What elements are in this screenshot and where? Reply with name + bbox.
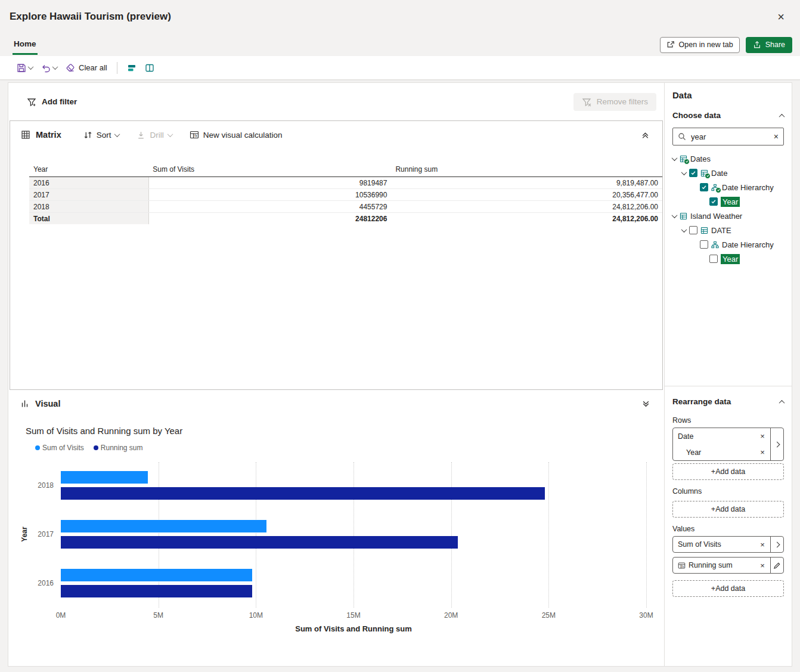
tree-item-dates[interactable]: Dates: [672, 151, 784, 166]
table-icon: [700, 227, 708, 234]
legend-item-sum-of-visits[interactable]: Sum of Visits: [35, 444, 84, 452]
chevron-down-icon[interactable]: [672, 212, 678, 218]
checkbox-checked[interactable]: [700, 183, 708, 191]
search-input[interactable]: [691, 132, 769, 141]
values-field-sum-of-visits[interactable]: Sum of Visits ×: [672, 536, 784, 553]
matrix-cell: 24,812,206.00: [391, 201, 662, 213]
rows-field-date[interactable]: Date ×: [673, 428, 770, 444]
chevron-right-icon: [774, 541, 780, 547]
close-button[interactable]: ×: [773, 8, 789, 25]
bar-running-sum-2018[interactable]: [61, 487, 545, 500]
clear-all-button[interactable]: Clear all: [62, 60, 111, 76]
drill-label: Drill: [150, 131, 163, 140]
tab-home[interactable]: Home: [13, 35, 38, 55]
window-title: Explore Hawaii Tourism (preview): [10, 11, 171, 23]
tree-item-year[interactable]: Year: [672, 194, 784, 209]
chevron-up-icon: [779, 113, 785, 119]
checkbox-unchecked[interactable]: [689, 226, 697, 234]
chart-body: Year 201820172016: [18, 461, 646, 608]
data-panel: Data Choose data × DatesDateDate Hierarc…: [664, 83, 792, 666]
undo-button[interactable]: [38, 60, 61, 76]
matrix-row[interactable]: 201698194879,819,487.00: [29, 177, 662, 189]
tree-item-date[interactable]: Date: [672, 166, 784, 180]
bar-running-sum-2017[interactable]: [61, 536, 458, 549]
open-in-new-tab-button[interactable]: Open in new tab: [660, 37, 740, 53]
tree-item-date[interactable]: DATE: [672, 223, 784, 237]
matrix-row[interactable]: 2018445572924,812,206.00: [29, 201, 662, 213]
remove-field-button[interactable]: ×: [757, 539, 768, 550]
values-field-running-sum[interactable]: fx Running sum ×: [672, 557, 784, 574]
field-tree: DatesDateDate HierarchyYearIsland Weathe…: [672, 151, 784, 266]
values-label: Values: [672, 525, 784, 533]
chart-plot: 201820172016: [61, 461, 646, 608]
collapse-choose-data-button[interactable]: [780, 111, 784, 120]
chevron-down-icon[interactable]: [681, 169, 687, 175]
matrix-cell: 10536990: [148, 189, 391, 201]
sort-label: Sort: [97, 131, 111, 140]
checkbox-checked[interactable]: [689, 169, 697, 177]
double-chevron-down-icon: [642, 400, 650, 408]
matrix-column-header[interactable]: Running sum: [391, 164, 662, 177]
clear-all-label: Clear all: [79, 63, 107, 72]
matrix-cell: 9,819,487.00: [391, 177, 662, 189]
field-chip-label: Running sum: [689, 561, 733, 569]
collapse-matrix-button[interactable]: [639, 129, 652, 141]
tree-item-year[interactable]: Year: [672, 252, 784, 266]
save-button[interactable]: [13, 60, 36, 76]
x-tick-label: 30M: [639, 611, 653, 620]
checkbox-unchecked[interactable]: [709, 255, 718, 263]
edit-calculation-button[interactable]: [770, 558, 783, 573]
add-data-rows-button[interactable]: +Add data: [672, 463, 784, 480]
data-pane-toggle-button[interactable]: [123, 60, 140, 76]
new-visual-calculation-button[interactable]: fx New visual calculation: [186, 128, 286, 142]
x-tick-label: 10M: [249, 611, 263, 620]
add-data-columns-button[interactable]: +Add data: [672, 501, 784, 518]
tree-item-label: Date Hierarchy: [722, 183, 774, 192]
columns-label: Columns: [672, 487, 784, 496]
tree-item-island-weather[interactable]: Island Weather: [672, 209, 784, 223]
clear-search-button[interactable]: ×: [774, 132, 779, 141]
remove-field-button[interactable]: ×: [757, 560, 768, 571]
split-view-button[interactable]: [141, 60, 158, 76]
matrix-table[interactable]: YearSum of VisitsRunning sum201698194879…: [29, 164, 662, 224]
bar-sum-of-visits-2018[interactable]: [61, 471, 148, 484]
expand-values-field-button[interactable]: [770, 537, 783, 552]
matrix-row[interactable]: 20171053699020,356,477.00: [29, 189, 662, 201]
remove-field-button[interactable]: ×: [757, 431, 768, 442]
chevron-down-icon[interactable]: [672, 155, 678, 161]
remove-field-button[interactable]: ×: [757, 447, 768, 458]
add-data-values-button[interactable]: +Add data: [672, 580, 784, 597]
chevron-down-icon[interactable]: [681, 227, 687, 233]
collapse-rearrange-button[interactable]: [780, 397, 784, 406]
bar-sum-of-visits-2017[interactable]: [61, 520, 266, 532]
expand-rows-field-button[interactable]: [770, 428, 783, 460]
checkbox-unchecked[interactable]: [700, 240, 708, 249]
search-box[interactable]: ×: [672, 128, 784, 145]
matrix-column-header[interactable]: Year: [29, 164, 148, 177]
bar-sum-of-visits-2016[interactable]: [61, 569, 252, 581]
checkbox-checked[interactable]: [709, 197, 718, 206]
rows-field-year[interactable]: Year ×: [673, 444, 770, 460]
double-chevron-up-icon: [641, 131, 649, 139]
chevron-up-icon: [779, 400, 785, 405]
matrix-cell: 9819487: [148, 177, 391, 189]
bar-running-sum-2016[interactable]: [61, 585, 252, 597]
matrix-row[interactable]: Total2481220624,812,206.00: [29, 213, 662, 225]
tab-row: Home Open in new tab Share: [0, 33, 800, 56]
tree-item-date-hierarchy[interactable]: Date Hierarchy: [672, 237, 784, 252]
legend-item-running-sum[interactable]: Running sum: [94, 444, 143, 452]
chevron-down-icon: [52, 64, 58, 70]
expand-visual-button[interactable]: [640, 398, 652, 410]
sort-icon: [83, 131, 92, 140]
tree-item-date-hierarchy[interactable]: Date Hierarchy: [672, 180, 784, 194]
share-button[interactable]: Share: [746, 37, 792, 53]
included-check-badge: [684, 159, 690, 165]
gridline: [646, 462, 647, 608]
matrix-column-header[interactable]: Sum of Visits: [148, 164, 391, 177]
data-panel-title: Data: [672, 90, 784, 100]
visual-panel-title: Visual: [35, 399, 60, 408]
rearrange-data-section: Rearrange data Rows Date × Year × +Add: [665, 386, 792, 666]
add-filter-button[interactable]: Add filter: [27, 97, 77, 107]
sort-button[interactable]: Sort: [80, 128, 123, 142]
matrix-cell: 2018: [29, 201, 148, 213]
